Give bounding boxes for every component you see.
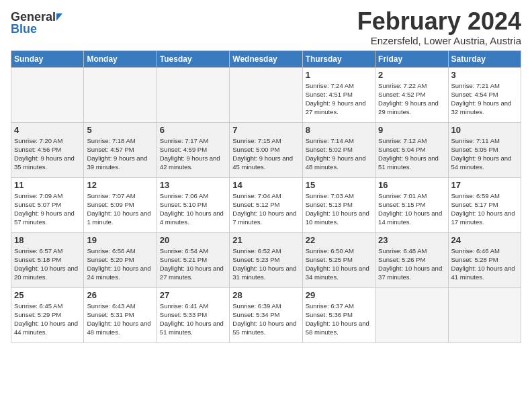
title-month: February 2024 xyxy=(357,8,521,35)
day-number: 14 xyxy=(232,180,299,190)
day-number: 2 xyxy=(378,70,445,80)
table-row xyxy=(375,287,448,342)
day-number: 13 xyxy=(160,180,226,190)
day-detail: Sunrise: 6:45 AM Sunset: 5:29 PM Dayligh… xyxy=(14,302,81,337)
table-row: 11Sunrise: 7:09 AM Sunset: 5:07 PM Dayli… xyxy=(11,177,84,232)
table-row xyxy=(448,287,521,342)
day-detail: Sunrise: 7:09 AM Sunset: 5:07 PM Dayligh… xyxy=(14,191,81,227)
table-row: 21Sunrise: 6:52 AM Sunset: 5:23 PM Dayli… xyxy=(230,232,302,287)
day-detail: Sunrise: 7:03 AM Sunset: 5:13 PM Dayligh… xyxy=(306,191,372,227)
day-number: 22 xyxy=(306,235,372,245)
day-detail: Sunrise: 7:15 AM Sunset: 5:00 PM Dayligh… xyxy=(232,136,299,172)
day-number: 4 xyxy=(14,125,81,135)
col-wednesday: Wednesday xyxy=(230,50,302,67)
col-sunday: Sunday xyxy=(11,50,84,67)
day-detail: Sunrise: 6:48 AM Sunset: 5:26 PM Dayligh… xyxy=(378,246,445,282)
table-row xyxy=(11,67,84,122)
day-number: 17 xyxy=(451,180,518,190)
table-row xyxy=(230,67,302,122)
day-detail: Sunrise: 6:59 AM Sunset: 5:17 PM Dayligh… xyxy=(451,191,518,227)
calendar-week-row: 4Sunrise: 7:20 AM Sunset: 4:56 PM Daylig… xyxy=(11,122,521,177)
day-detail: Sunrise: 6:57 AM Sunset: 5:18 PM Dayligh… xyxy=(14,246,81,282)
day-detail: Sunrise: 7:14 AM Sunset: 5:02 PM Dayligh… xyxy=(306,136,372,172)
day-number: 5 xyxy=(87,125,153,135)
table-row: 18Sunrise: 6:57 AM Sunset: 5:18 PM Dayli… xyxy=(11,232,84,287)
day-detail: Sunrise: 6:52 AM Sunset: 5:23 PM Dayligh… xyxy=(232,246,299,282)
table-row xyxy=(84,67,157,122)
table-row: 23Sunrise: 6:48 AM Sunset: 5:26 PM Dayli… xyxy=(375,232,448,287)
col-tuesday: Tuesday xyxy=(157,50,229,67)
day-number: 21 xyxy=(232,235,299,245)
table-row: 4Sunrise: 7:20 AM Sunset: 4:56 PM Daylig… xyxy=(11,122,84,177)
table-row: 14Sunrise: 7:04 AM Sunset: 5:12 PM Dayli… xyxy=(230,177,302,232)
day-number: 12 xyxy=(87,180,153,190)
day-number: 15 xyxy=(306,180,372,190)
table-row: 10Sunrise: 7:11 AM Sunset: 5:05 PM Dayli… xyxy=(448,122,521,177)
table-row: 17Sunrise: 6:59 AM Sunset: 5:17 PM Dayli… xyxy=(448,177,521,232)
day-number: 29 xyxy=(306,290,372,300)
table-row: 13Sunrise: 7:06 AM Sunset: 5:10 PM Dayli… xyxy=(157,177,229,232)
table-row: 1Sunrise: 7:24 AM Sunset: 4:51 PM Daylig… xyxy=(302,67,375,122)
day-number: 27 xyxy=(160,290,226,300)
logo-icon xyxy=(56,13,62,21)
day-detail: Sunrise: 7:01 AM Sunset: 5:15 PM Dayligh… xyxy=(378,191,445,227)
day-number: 6 xyxy=(160,125,226,135)
table-row xyxy=(157,67,229,122)
day-number: 26 xyxy=(87,290,153,300)
day-number: 9 xyxy=(378,125,445,135)
calendar-header-row: Sunday Monday Tuesday Wednesday Thursday… xyxy=(11,50,521,67)
table-row: 19Sunrise: 6:56 AM Sunset: 5:20 PM Dayli… xyxy=(84,232,157,287)
day-detail: Sunrise: 6:43 AM Sunset: 5:31 PM Dayligh… xyxy=(87,302,153,337)
day-detail: Sunrise: 6:39 AM Sunset: 5:34 PM Dayligh… xyxy=(232,302,299,337)
table-row: 6Sunrise: 7:17 AM Sunset: 4:59 PM Daylig… xyxy=(157,122,229,177)
day-detail: Sunrise: 6:37 AM Sunset: 5:36 PM Dayligh… xyxy=(306,302,372,337)
logo-blue: Blue xyxy=(11,23,37,35)
day-detail: Sunrise: 6:41 AM Sunset: 5:33 PM Dayligh… xyxy=(160,302,226,337)
day-number: 10 xyxy=(451,125,518,135)
day-number: 24 xyxy=(451,235,518,245)
day-detail: Sunrise: 7:20 AM Sunset: 4:56 PM Dayligh… xyxy=(14,136,81,172)
day-detail: Sunrise: 7:11 AM Sunset: 5:05 PM Dayligh… xyxy=(451,136,518,172)
col-monday: Monday xyxy=(84,50,157,67)
col-friday: Friday xyxy=(375,50,448,67)
calendar: Sunday Monday Tuesday Wednesday Thursday… xyxy=(11,50,521,343)
day-number: 1 xyxy=(306,70,372,80)
table-row: 2Sunrise: 7:22 AM Sunset: 4:52 PM Daylig… xyxy=(375,67,448,122)
day-detail: Sunrise: 7:04 AM Sunset: 5:12 PM Dayligh… xyxy=(232,191,299,227)
day-number: 23 xyxy=(378,235,445,245)
header: General Blue February 2024 Enzersfeld, L… xyxy=(11,8,521,46)
day-detail: Sunrise: 7:22 AM Sunset: 4:52 PM Dayligh… xyxy=(378,81,445,117)
day-detail: Sunrise: 7:06 AM Sunset: 5:10 PM Dayligh… xyxy=(160,191,226,227)
table-row: 25Sunrise: 6:45 AM Sunset: 5:29 PM Dayli… xyxy=(11,287,84,342)
table-row: 5Sunrise: 7:18 AM Sunset: 4:57 PM Daylig… xyxy=(84,122,157,177)
day-number: 7 xyxy=(232,125,299,135)
calendar-week-row: 1Sunrise: 7:24 AM Sunset: 4:51 PM Daylig… xyxy=(11,67,521,122)
col-thursday: Thursday xyxy=(302,50,375,67)
title-location: Enzersfeld, Lower Austria, Austria xyxy=(357,35,521,46)
title-block: February 2024 Enzersfeld, Lower Austria,… xyxy=(357,8,521,46)
table-row: 20Sunrise: 6:54 AM Sunset: 5:21 PM Dayli… xyxy=(157,232,229,287)
table-row: 29Sunrise: 6:37 AM Sunset: 5:36 PM Dayli… xyxy=(302,287,375,342)
day-detail: Sunrise: 6:54 AM Sunset: 5:21 PM Dayligh… xyxy=(160,246,226,282)
day-number: 18 xyxy=(14,235,81,245)
table-row: 26Sunrise: 6:43 AM Sunset: 5:31 PM Dayli… xyxy=(84,287,157,342)
table-row: 12Sunrise: 7:07 AM Sunset: 5:09 PM Dayli… xyxy=(84,177,157,232)
day-detail: Sunrise: 7:07 AM Sunset: 5:09 PM Dayligh… xyxy=(87,191,153,227)
table-row: 7Sunrise: 7:15 AM Sunset: 5:00 PM Daylig… xyxy=(230,122,302,177)
table-row: 16Sunrise: 7:01 AM Sunset: 5:15 PM Dayli… xyxy=(375,177,448,232)
day-number: 19 xyxy=(87,235,153,245)
day-detail: Sunrise: 6:56 AM Sunset: 5:20 PM Dayligh… xyxy=(87,246,153,282)
day-detail: Sunrise: 6:46 AM Sunset: 5:28 PM Dayligh… xyxy=(451,246,518,282)
table-row: 15Sunrise: 7:03 AM Sunset: 5:13 PM Dayli… xyxy=(302,177,375,232)
day-detail: Sunrise: 7:12 AM Sunset: 5:04 PM Dayligh… xyxy=(378,136,445,172)
day-number: 11 xyxy=(14,180,81,190)
day-number: 20 xyxy=(160,235,226,245)
table-row: 8Sunrise: 7:14 AM Sunset: 5:02 PM Daylig… xyxy=(302,122,375,177)
day-number: 3 xyxy=(451,70,518,80)
table-row: 24Sunrise: 6:46 AM Sunset: 5:28 PM Dayli… xyxy=(448,232,521,287)
table-row: 22Sunrise: 6:50 AM Sunset: 5:25 PM Dayli… xyxy=(302,232,375,287)
day-number: 16 xyxy=(378,180,445,190)
calendar-week-row: 18Sunrise: 6:57 AM Sunset: 5:18 PM Dayli… xyxy=(11,232,521,287)
table-row: 27Sunrise: 6:41 AM Sunset: 5:33 PM Dayli… xyxy=(157,287,229,342)
col-saturday: Saturday xyxy=(448,50,521,67)
